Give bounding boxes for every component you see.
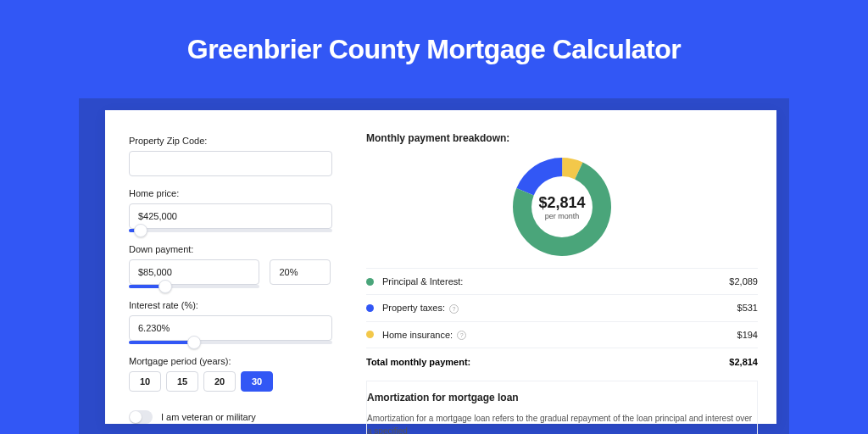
legend-pi-label: Principal & Interest: bbox=[382, 276, 463, 287]
legend-dot-tax bbox=[366, 304, 374, 312]
home-price-input[interactable] bbox=[129, 203, 332, 229]
donut-total-value: $2,814 bbox=[538, 194, 585, 212]
down-payment-slider[interactable] bbox=[129, 285, 259, 288]
veteran-label: I am veteran or military bbox=[161, 412, 256, 422]
legend-total-value: $2,814 bbox=[729, 357, 758, 367]
calculator-card: Property Zip Code: Home price: Down paym… bbox=[105, 110, 776, 424]
inputs-panel: Property Zip Code: Home price: Down paym… bbox=[129, 132, 349, 434]
page-title: Greenbrier County Mortgage Calculator bbox=[0, 0, 868, 65]
down-payment-label: Down payment: bbox=[129, 244, 349, 254]
slider-thumb[interactable] bbox=[187, 336, 201, 349]
down-payment-pct-input[interactable] bbox=[270, 259, 331, 285]
amortization-body: Amortization for a mortgage loan refers … bbox=[367, 412, 757, 434]
donut-sublabel: per month bbox=[545, 212, 580, 220]
interest-rate-label: Interest rate (%): bbox=[129, 300, 349, 310]
zip-label: Property Zip Code: bbox=[129, 136, 349, 146]
veteran-toggle[interactable] bbox=[129, 410, 153, 424]
down-payment-input[interactable] bbox=[129, 259, 259, 285]
amortization-title: Amortization for mortgage loan bbox=[367, 392, 757, 403]
payment-donut-chart: $2,814 per month bbox=[511, 156, 613, 258]
results-panel: Monthly payment breakdown: $2,814 per mo… bbox=[349, 132, 758, 434]
period-option-30[interactable]: 30 bbox=[241, 371, 273, 392]
period-option-20[interactable]: 20 bbox=[203, 371, 236, 392]
slider-thumb[interactable] bbox=[134, 224, 147, 237]
interest-rate-input[interactable] bbox=[129, 315, 332, 341]
info-icon[interactable]: ? bbox=[457, 331, 466, 340]
legend-ins-label: Home insurance:? bbox=[382, 330, 466, 341]
legend-ins-value: $194 bbox=[737, 330, 758, 340]
period-option-15[interactable]: 15 bbox=[166, 371, 198, 392]
home-price-slider[interactable] bbox=[129, 229, 332, 232]
legend-tax-label: Property taxes:? bbox=[382, 303, 459, 314]
toggle-thumb bbox=[130, 411, 142, 423]
legend-dot-ins bbox=[366, 331, 374, 338]
zip-input[interactable] bbox=[129, 151, 332, 176]
legend-total-label: Total monthly payment: bbox=[366, 357, 470, 367]
info-icon[interactable]: ? bbox=[449, 304, 459, 314]
legend-tax-value: $531 bbox=[737, 303, 758, 313]
amortization-section: Amortization for mortgage loan Amortizat… bbox=[366, 381, 758, 434]
period-label: Mortgage period (years): bbox=[129, 356, 349, 366]
breakdown-title: Monthly payment breakdown: bbox=[366, 132, 758, 144]
legend-pi-value: $2,089 bbox=[729, 276, 758, 287]
period-option-10[interactable]: 10 bbox=[129, 371, 161, 392]
interest-rate-slider[interactable] bbox=[129, 341, 332, 344]
slider-thumb[interactable] bbox=[159, 280, 172, 293]
legend-dot-pi bbox=[366, 278, 374, 286]
home-price-label: Home price: bbox=[129, 188, 349, 198]
